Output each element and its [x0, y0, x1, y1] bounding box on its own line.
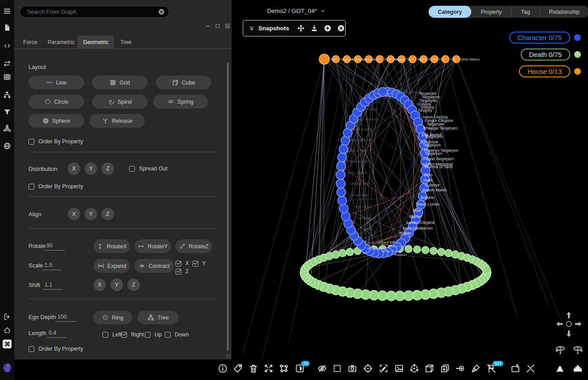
close-circle-icon[interactable] [337, 24, 345, 32]
pyramid-icon[interactable] [573, 364, 584, 375]
target-icon[interactable] [363, 364, 375, 375]
select-area-icon[interactable] [332, 364, 344, 375]
globe-icon[interactable] [3, 142, 11, 150]
graph-node-death[interactable] [346, 248, 353, 255]
axis-button-x[interactable]: X [94, 279, 106, 291]
graph-node-character[interactable] [338, 196, 347, 205]
tab-parametric[interactable]: Parametric [48, 36, 74, 49]
search-clear-icon[interactable] [158, 8, 165, 15]
nav-arrow-down-icon[interactable] [565, 330, 573, 338]
tab-category[interactable]: Category [429, 6, 471, 18]
tab-tree[interactable]: Tree [120, 36, 131, 49]
graph-node-character[interactable] [339, 145, 348, 154]
tab-force[interactable]: Force [23, 36, 37, 49]
order-by-property-checkbox[interactable]: Order By Property [29, 138, 83, 145]
home-icon[interactable] [3, 326, 11, 334]
graph-node-character[interactable] [336, 170, 345, 179]
axis-button-z[interactable]: Z [102, 208, 114, 220]
layout-button-line[interactable]: Line [29, 76, 84, 89]
file-icon[interactable] [3, 24, 11, 32]
graph-node-character[interactable] [337, 188, 346, 197]
tab-tag[interactable]: Tag [511, 6, 539, 18]
rotatex-button[interactable]: RotateX [94, 239, 130, 253]
layout-button-circle[interactable]: Circle [29, 95, 84, 109]
rotate-value-input[interactable]: 90 [45, 243, 65, 251]
pin-network-icon[interactable] [279, 364, 290, 375]
shift-value-input[interactable]: 1.1 [43, 282, 62, 290]
trash-icon[interactable] [249, 364, 260, 375]
direction-checkbox-up[interactable]: Up [145, 331, 162, 338]
graph-node-death[interactable] [482, 266, 491, 275]
order-by-property-checkbox-3[interactable]: Order By Property [29, 346, 83, 352]
legend-item[interactable]: Death 0/75 [521, 49, 581, 61]
contract-button[interactable]: Contract [135, 259, 174, 273]
edit-box-icon[interactable] [379, 364, 390, 375]
layout-button-cube[interactable]: Cube [156, 76, 211, 89]
layout-button-spiral[interactable]: Spiral [92, 95, 147, 109]
axis-button-z[interactable]: Z [102, 162, 114, 175]
tab-relationship[interactable]: Relationship [539, 6, 588, 18]
move-icon[interactable] [297, 24, 305, 32]
legend-color-dot[interactable] [574, 68, 581, 75]
rotatey-button[interactable]: RotateY [135, 239, 171, 253]
add-link-icon[interactable] [455, 364, 467, 375]
eye-off-icon[interactable] [317, 364, 329, 375]
table-icon[interactable] [3, 73, 11, 81]
graph-node-character[interactable] [339, 204, 348, 213]
scale-x-checkbox[interactable]: X [176, 260, 189, 267]
graph-node-death[interactable] [413, 246, 421, 253]
graph-node-character[interactable] [337, 162, 346, 170]
graph-node-death[interactable] [422, 247, 429, 254]
unlink-icon[interactable] [526, 364, 537, 375]
graph-node-death[interactable] [395, 291, 405, 301]
search-input[interactable] [20, 9, 169, 15]
camera-icon[interactable] [347, 364, 359, 375]
code-icon[interactable] [3, 42, 11, 50]
kineviz-logo-icon[interactable] [2, 363, 12, 372]
layout-button-release[interactable]: Release [90, 114, 145, 128]
hierarchy-icon[interactable] [3, 91, 11, 99]
rotatez-button[interactable]: RotateZ [176, 239, 212, 253]
tag-icon[interactable] [233, 364, 245, 375]
expand-button[interactable]: Expand [94, 259, 130, 273]
hill-icon[interactable] [555, 364, 567, 375]
chevrons-down-icon[interactable] [249, 25, 255, 32]
tab-property[interactable]: Property [471, 6, 511, 18]
rotate-axis-right-icon[interactable] [572, 344, 584, 356]
nav-arrow-up-icon[interactable] [565, 311, 573, 319]
graph-node-death[interactable] [437, 248, 445, 255]
tree-button[interactable]: Tree [138, 311, 179, 324]
brush-icon[interactable] [471, 364, 482, 375]
download-icon[interactable] [310, 24, 318, 32]
info-icon[interactable] [218, 364, 229, 375]
legend-item[interactable]: Character 0/75 [509, 32, 581, 44]
note-pen-icon[interactable] [510, 364, 522, 375]
close-window-icon[interactable] [225, 23, 230, 29]
rotate-axis-left-icon[interactable] [555, 344, 566, 356]
graph-node-house[interactable] [319, 54, 330, 65]
image-icon[interactable] [394, 364, 406, 375]
legend-item[interactable]: House 0/13 [519, 65, 581, 77]
layout-button-spring[interactable]: Spring [153, 95, 208, 109]
nav-arrow-right-icon[interactable] [574, 320, 582, 328]
swap-icon[interactable] [3, 60, 11, 68]
maximize-icon[interactable] [215, 23, 220, 29]
add-circle-icon[interactable] [324, 24, 331, 32]
panel-resize-handle[interactable] [226, 354, 231, 359]
panel-scrollbar[interactable] [227, 62, 229, 351]
axis-button-y[interactable]: Y [110, 279, 123, 291]
order-by-property-checkbox-2[interactable]: Order By Property [29, 183, 83, 190]
direction-checkbox-right[interactable]: Right [121, 331, 144, 338]
nav-center-circle-icon[interactable] [565, 320, 572, 327]
axis-button-x[interactable]: X [68, 208, 80, 220]
legend-color-dot[interactable] [574, 34, 581, 41]
axis-button-z[interactable]: Z [127, 279, 140, 291]
network-icon[interactable] [3, 124, 11, 132]
tab-geometric[interactable]: Geometric [78, 36, 114, 49]
legend-color-dot[interactable] [574, 51, 581, 58]
direction-checkbox-down[interactable]: Down [165, 331, 189, 338]
project-title[interactable]: Demo2 / GOT_04* [241, 8, 352, 14]
graph-node-death[interactable] [430, 247, 437, 255]
cube3d-icon[interactable] [425, 364, 436, 375]
flag-off-icon[interactable]: 547 [486, 364, 498, 375]
